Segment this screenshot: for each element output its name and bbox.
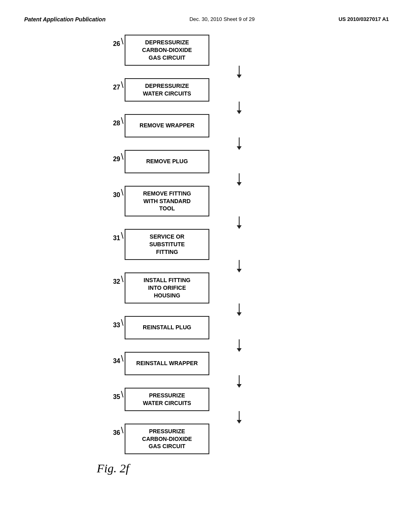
step-row-30: 30\REMOVE FITTINGWITH STANDARDTOOL bbox=[106, 186, 307, 217]
step-box-30: REMOVE FITTINGWITH STANDARDTOOL bbox=[125, 186, 209, 217]
header-center: Dec. 30, 2010 Sheet 9 of 29 bbox=[190, 16, 255, 22]
header-left: Patent Application Publication bbox=[24, 16, 106, 23]
step-box-35: PRESSURIZEWATER CIRCUITS bbox=[125, 388, 209, 411]
step-box-28: REMOVE WRAPPER bbox=[125, 114, 209, 137]
step-number-35: 35 bbox=[106, 388, 121, 401]
figure-label: Fig. 2f bbox=[97, 461, 129, 475]
step-number-33: 33 bbox=[106, 316, 121, 329]
step-row-28: 28\REMOVE WRAPPER bbox=[106, 114, 307, 137]
step-box-36: PRESSURIZECARBON-DIOXIDEGAS CIRCUIT bbox=[125, 424, 209, 455]
step-number-28: 28 bbox=[106, 114, 121, 127]
step-number-34: 34 bbox=[106, 352, 121, 365]
step-bracket-33: \ bbox=[121, 316, 125, 327]
step-row-31: 31\SERVICE ORSUBSTITUTEFITTING bbox=[106, 229, 307, 260]
step-number-26: 26 bbox=[106, 35, 121, 48]
step-row-32: 32\INSTALL FITTINGINTO ORIFICEHOUSING bbox=[106, 272, 307, 303]
step-row-35: 35\PRESSURIZEWATER CIRCUITS bbox=[106, 388, 307, 411]
step-box-29: REMOVE PLUG bbox=[125, 150, 209, 173]
arrow-30 bbox=[237, 216, 242, 229]
step-bracket-32: \ bbox=[121, 272, 125, 284]
step-box-31: SERVICE ORSUBSTITUTEFITTING bbox=[125, 229, 209, 260]
page-header: Patent Application Publication Dec. 30, … bbox=[0, 0, 413, 31]
step-bracket-31: \ bbox=[121, 229, 125, 240]
step-number-32: 32 bbox=[106, 272, 121, 285]
step-bracket-26: \ bbox=[121, 35, 125, 46]
step-row-34: 34\REINSTALL WRAPPER bbox=[106, 352, 307, 375]
arrow-28 bbox=[237, 137, 242, 150]
step-bracket-27: \ bbox=[121, 78, 125, 89]
arrow-32 bbox=[237, 303, 242, 316]
step-row-29: 29\REMOVE PLUG bbox=[106, 150, 307, 173]
step-box-27: DEPRESSURIZEWATER CIRCUITS bbox=[125, 78, 209, 102]
step-bracket-28: \ bbox=[121, 114, 125, 125]
step-box-34: REINSTALL WRAPPER bbox=[125, 352, 209, 375]
arrow-27 bbox=[237, 102, 242, 114]
step-number-30: 30 bbox=[106, 186, 121, 199]
arrow-34 bbox=[237, 375, 242, 388]
step-row-27: 27\DEPRESSURIZEWATER CIRCUITS bbox=[106, 78, 307, 102]
step-bracket-29: \ bbox=[121, 150, 125, 161]
step-box-26: DEPRESSURIZECARBON-DIOXIDEGAS CIRCUIT bbox=[125, 35, 209, 66]
step-bracket-36: \ bbox=[121, 424, 125, 435]
step-bracket-30: \ bbox=[121, 186, 125, 197]
step-box-33: REINSTALL PLUG bbox=[125, 316, 209, 339]
arrow-26 bbox=[237, 66, 242, 78]
step-row-36: 36\PRESSURIZECARBON-DIOXIDEGAS CIRCUIT bbox=[106, 424, 307, 455]
step-number-27: 27 bbox=[106, 78, 121, 91]
step-row-26: 26\DEPRESSURIZECARBON-DIOXIDEGAS CIRCUIT bbox=[106, 35, 307, 66]
arrow-33 bbox=[237, 339, 242, 352]
header-right: US 2010/0327017 A1 bbox=[338, 16, 389, 22]
arrow-35 bbox=[237, 411, 242, 424]
step-box-32: INSTALL FITTINGINTO ORIFICEHOUSING bbox=[125, 272, 209, 303]
arrow-29 bbox=[237, 173, 242, 186]
diagram-area: 26\DEPRESSURIZECARBON-DIOXIDEGAS CIRCUIT… bbox=[0, 31, 413, 475]
step-row-33: 33\REINSTALL PLUG bbox=[106, 316, 307, 339]
step-bracket-35: \ bbox=[121, 388, 125, 399]
arrow-31 bbox=[237, 260, 242, 272]
step-number-29: 29 bbox=[106, 150, 121, 163]
step-bracket-34: \ bbox=[121, 352, 125, 363]
step-number-31: 31 bbox=[106, 229, 121, 242]
step-number-36: 36 bbox=[106, 424, 121, 436]
